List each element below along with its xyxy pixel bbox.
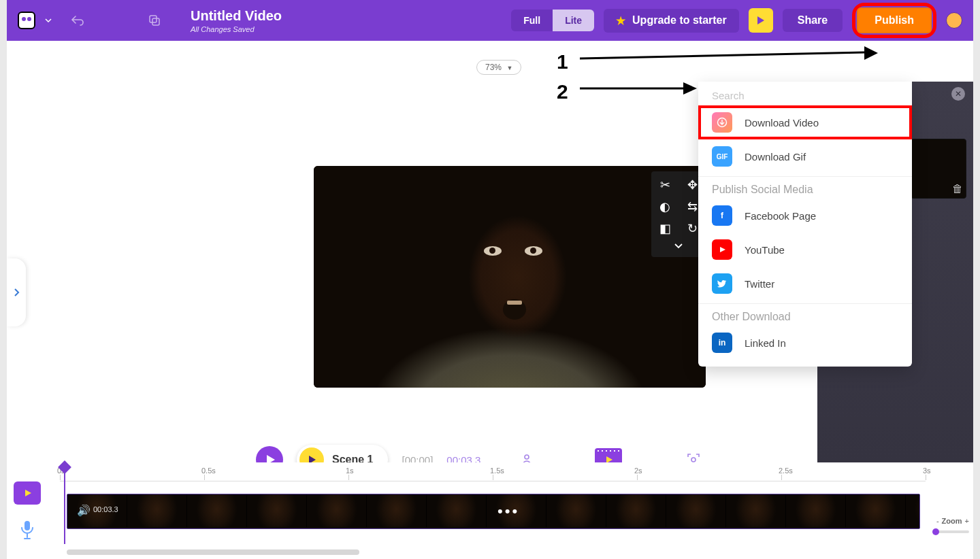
ruler-tick: 2.5s <box>779 467 793 475</box>
svg-rect-10 <box>24 521 30 530</box>
top-bar: Untitled Video All Changes Saved Full Li… <box>7 0 973 41</box>
expand-left-panel-button[interactable] <box>7 258 26 326</box>
preview-play-button[interactable] <box>749 8 773 33</box>
zoom-label: Zoom <box>942 517 962 525</box>
facebook-label: Facebook Page <box>745 210 816 222</box>
chevron-down-icon: ▼ <box>506 65 512 71</box>
timeline-frame <box>427 494 487 527</box>
youtube-item[interactable]: YouTube <box>698 233 912 267</box>
youtube-label: YouTube <box>745 244 785 256</box>
timeline-frame <box>247 494 307 527</box>
timeline-frame <box>127 494 187 527</box>
section-social-header: Publish Social Media <box>698 176 912 199</box>
title-block: Untitled Video All Changes Saved <box>191 8 282 33</box>
timeline-frame <box>606 494 666 527</box>
timeline-frame <box>906 494 919 527</box>
preview-frame-image <box>314 166 706 388</box>
mode-segment: Full Lite <box>511 10 594 31</box>
media-thumbnail[interactable]: 🗑 <box>911 139 966 199</box>
undo-icon[interactable] <box>71 15 84 26</box>
mask-icon[interactable]: ◧ <box>655 220 674 237</box>
download-gif-item[interactable]: GIF Download Gif <box>698 139 912 173</box>
zoom-level-label: 73% <box>485 63 502 72</box>
star-icon: ★ <box>616 14 625 27</box>
mode-lite-button[interactable]: Lite <box>553 10 594 31</box>
download-gif-label: Download Gif <box>745 151 806 163</box>
timeline-frame <box>187 494 247 527</box>
cut-icon[interactable]: ✂ <box>655 177 674 193</box>
more-tools-icon[interactable] <box>674 242 683 253</box>
linkedin-label: Linked In <box>745 337 786 349</box>
ruler-tick: 3s <box>923 467 931 475</box>
twitter-item[interactable]: Twitter <box>698 267 912 301</box>
annotation-arrow-1 <box>580 46 878 67</box>
annotation-number-2: 2 <box>557 80 568 103</box>
facebook-item[interactable]: f Facebook Page <box>698 199 912 233</box>
zoom-level-dropdown[interactable]: 73% ▼ <box>476 60 521 75</box>
trash-icon[interactable]: 🗑 <box>952 183 963 195</box>
logo-dropdown-icon[interactable] <box>45 17 52 24</box>
timeline-frame <box>786 494 846 527</box>
project-title[interactable]: Untitled Video <box>191 8 282 24</box>
volume-icon[interactable]: 🔊 <box>77 504 91 517</box>
video-preview[interactable]: ✂ ✥ ◐ ⇆ ◧ ↻ <box>314 166 706 388</box>
publish-dropdown: Search Download Video GIF Download Gif P… <box>698 82 912 367</box>
copy-icon[interactable] <box>148 14 161 27</box>
annotation-arrow-2 <box>580 82 697 95</box>
section-other-header: Other Download <box>698 303 912 326</box>
svg-marker-3 <box>720 247 725 252</box>
svg-point-9 <box>691 458 696 462</box>
timeline-track-icons <box>14 481 41 540</box>
upgrade-button[interactable]: ★ Upgrade to starter <box>604 9 739 33</box>
ruler-tick: 0.5s <box>201 467 216 475</box>
timeline-frame <box>666 494 726 527</box>
svg-point-8 <box>525 455 529 459</box>
save-status: All Changes Saved <box>191 25 282 33</box>
ruler-tick: 2s <box>634 467 642 475</box>
zoom-minus-button[interactable]: - <box>936 517 939 525</box>
timeline-zoom-control: - Zoom + <box>936 517 969 525</box>
download-icon <box>712 112 732 133</box>
timeline-frame <box>726 494 786 527</box>
zoom-plus-button[interactable]: + <box>965 517 969 525</box>
timeline-frame <box>367 494 427 527</box>
annotation-number-1: 1 <box>557 50 568 73</box>
twitter-icon <box>712 273 732 294</box>
linkedin-item[interactable]: in Linked In <box>698 326 912 360</box>
playhead-line <box>64 468 65 544</box>
upgrade-label: Upgrade to starter <box>632 14 727 27</box>
app-logo[interactable] <box>18 12 35 29</box>
play-icon <box>757 16 764 24</box>
publish-button[interactable]: Publish <box>857 7 932 33</box>
facebook-icon: f <box>712 205 732 226</box>
video-track[interactable]: 🔊 00:03.3 ••• <box>67 494 920 529</box>
annotation-publish-highlight: Publish <box>852 3 936 38</box>
svg-marker-7 <box>683 82 697 95</box>
share-button[interactable]: Share <box>783 9 843 32</box>
timeline-zoom-slider[interactable] <box>932 530 969 533</box>
timeline: 0s0.5s1s1.5s2s2.5s3s 🔊 00:03.3 ••• - Zoo… <box>7 462 973 559</box>
user-avatar[interactable] <box>946 12 962 29</box>
ruler-tick: 1s <box>346 467 354 475</box>
timeline-frame <box>546 494 606 527</box>
close-panel-button[interactable]: ✕ <box>951 87 965 101</box>
mode-full-button[interactable]: Full <box>511 10 553 31</box>
svg-marker-5 <box>864 46 878 60</box>
linkedin-icon: in <box>712 333 732 353</box>
clip-options-icon[interactable]: ••• <box>497 503 519 520</box>
timeline-ruler[interactable]: 0s0.5s1s1.5s2s2.5s3s <box>60 467 926 481</box>
mic-icon[interactable] <box>19 520 35 540</box>
youtube-icon <box>712 239 732 260</box>
timeline-frame <box>307 494 367 527</box>
dropdown-search-input[interactable]: Search <box>698 82 912 105</box>
gif-icon: GIF <box>712 146 732 167</box>
ruler-tick: 1.5s <box>490 467 504 475</box>
clip-tool-panel: ✂ ✥ ◐ ⇆ ◧ ↻ <box>651 171 706 257</box>
timeline-scrollbar[interactable] <box>67 549 359 555</box>
download-video-item[interactable]: Download Video <box>698 105 912 139</box>
download-video-label: Download Video <box>745 117 819 129</box>
timeline-frame <box>846 494 906 527</box>
adjust-icon[interactable]: ◐ <box>655 199 674 215</box>
clip-duration-label: 00:03.3 <box>93 505 118 513</box>
video-track-icon[interactable] <box>14 481 41 505</box>
